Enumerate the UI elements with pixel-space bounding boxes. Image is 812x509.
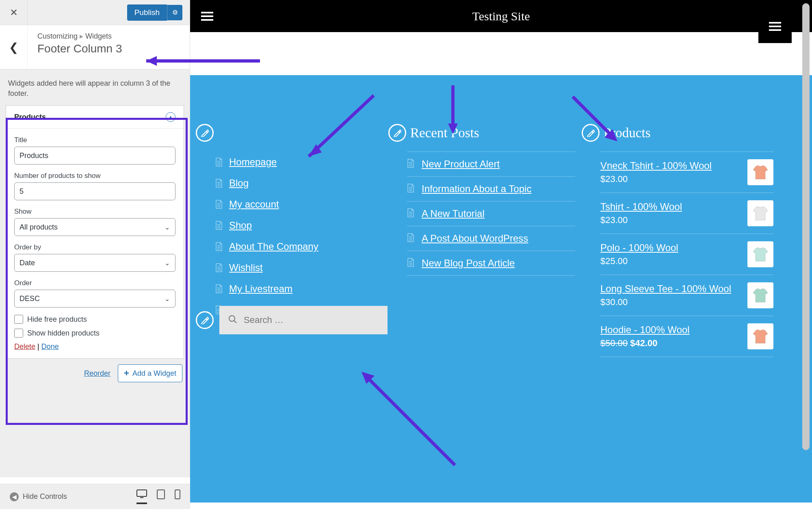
list-item: My Livestream bbox=[215, 278, 383, 299]
pencil-icon bbox=[393, 129, 401, 137]
pencil-icon bbox=[587, 129, 595, 137]
svg-rect-0 bbox=[137, 490, 147, 496]
document-icon bbox=[215, 221, 223, 230]
footer-menu-list: HomepageBlogMy accountShopAbout The Comp… bbox=[196, 152, 383, 321]
product-link[interactable]: Polo - 100% Wool bbox=[600, 242, 678, 253]
document-icon bbox=[215, 200, 223, 209]
product-item: Long Sleeve Tee - 100% Wool$30.00 bbox=[600, 275, 773, 316]
device-desktop-button[interactable] bbox=[136, 490, 147, 504]
site-title: Testing Site bbox=[472, 9, 530, 23]
edit-widget-button[interactable] bbox=[196, 124, 214, 142]
show-select[interactable]: All products bbox=[14, 218, 175, 236]
svg-rect-3 bbox=[175, 490, 180, 499]
hide-free-checkbox[interactable] bbox=[14, 315, 23, 324]
post-link[interactable]: A Post About WordPress bbox=[422, 233, 528, 244]
device-bar: ◀ Hide Controls bbox=[0, 484, 190, 509]
title-label: Title bbox=[14, 136, 175, 144]
edit-widget-button[interactable] bbox=[388, 124, 406, 142]
separator: | bbox=[37, 342, 41, 351]
edit-widget-button[interactable] bbox=[196, 311, 214, 329]
publish-button[interactable]: Publish bbox=[127, 4, 167, 21]
product-thumbnail[interactable] bbox=[747, 282, 773, 308]
menu-link[interactable]: Shop bbox=[229, 220, 252, 231]
search-icon bbox=[228, 315, 237, 325]
back-button[interactable]: ❮ bbox=[0, 25, 28, 69]
svg-rect-2 bbox=[157, 490, 165, 499]
title-input[interactable] bbox=[14, 147, 175, 165]
post-link[interactable]: A New Tutorial bbox=[422, 208, 485, 219]
customizer-topbar: ✕ Publish ⚙ bbox=[0, 0, 190, 25]
product-thumbnail[interactable] bbox=[747, 159, 773, 185]
pencil-icon bbox=[201, 316, 209, 324]
show-hidden-checkbox[interactable] bbox=[14, 329, 23, 338]
menu-link[interactable]: Wishlist bbox=[229, 262, 263, 273]
hide-free-label: Hide free products bbox=[27, 315, 87, 324]
reorder-link[interactable]: Reorder bbox=[84, 369, 110, 378]
menu-link[interactable]: My account bbox=[229, 199, 279, 210]
menu-toggle-left[interactable] bbox=[197, 6, 217, 26]
menu-link[interactable]: My Livestream bbox=[229, 283, 292, 295]
product-link[interactable]: Vneck Tshirt - 100% Wool bbox=[600, 160, 712, 171]
menu-link[interactable]: Blog bbox=[229, 178, 249, 189]
post-link[interactable]: Information About a Topic bbox=[422, 183, 531, 195]
order-select[interactable]: DESC bbox=[14, 290, 175, 308]
footer-widget-area: HomepageBlogMy accountShopAbout The Comp… bbox=[190, 75, 812, 503]
site-header: Testing Site bbox=[190, 0, 812, 32]
edit-widget-button[interactable] bbox=[582, 124, 600, 142]
chevron-up-icon: ▲ bbox=[168, 114, 173, 120]
done-widget-link[interactable]: Done bbox=[41, 342, 59, 351]
add-widget-button[interactable]: + Add a Widget bbox=[118, 364, 182, 382]
desktop-icon bbox=[136, 490, 147, 498]
widget-actions: Reorder + Add a Widget bbox=[0, 359, 190, 382]
list-item: Blog bbox=[215, 173, 383, 194]
product-thumbnail[interactable] bbox=[747, 200, 773, 226]
hide-controls-button[interactable]: ◀ Hide Controls bbox=[10, 492, 67, 501]
product-price: $50.00$42.00 bbox=[600, 338, 690, 349]
product-item: Polo - 100% Wool$25.00 bbox=[600, 234, 773, 275]
product-thumbnail[interactable] bbox=[747, 323, 773, 349]
num-products-input[interactable] bbox=[14, 182, 175, 200]
orderby-label: Order by bbox=[14, 243, 175, 251]
device-tablet-button[interactable] bbox=[157, 490, 165, 504]
menu-toggle-right[interactable] bbox=[758, 10, 792, 43]
footer-column-3: Products Vneck Tshirt - 100% Wool$23.00T… bbox=[582, 124, 773, 357]
widget-header-title: Products bbox=[14, 113, 46, 121]
product-link[interactable]: Long Sleeve Tee - 100% Wool bbox=[600, 283, 731, 295]
list-item: Shop bbox=[215, 215, 383, 236]
widget-body: Title Number of products to show Show Al… bbox=[6, 129, 184, 358]
document-icon bbox=[215, 179, 223, 188]
menu-link[interactable]: Homepage bbox=[229, 156, 277, 168]
delete-widget-link[interactable]: Delete bbox=[14, 342, 35, 351]
column-heading: Products bbox=[604, 126, 651, 141]
search-input[interactable] bbox=[244, 315, 379, 325]
post-link[interactable]: New Product Alert bbox=[422, 158, 500, 170]
product-price: $25.00 bbox=[600, 256, 678, 266]
post-link[interactable]: New Blog Post Article bbox=[422, 258, 515, 269]
customizer-panel: ✕ Publish ⚙ ❮ Customizing ▸ Widgets Foot… bbox=[0, 0, 190, 477]
product-link[interactable]: Hoodie - 100% Wool bbox=[600, 324, 690, 336]
document-icon bbox=[407, 159, 414, 169]
chevron-left-circle-icon: ◀ bbox=[10, 492, 19, 501]
product-price: $23.00 bbox=[600, 215, 682, 225]
preview-pane: Testing Site HomepageBlogMy accountShopA… bbox=[190, 0, 812, 503]
document-icon bbox=[215, 242, 223, 251]
widget-header[interactable]: Products ▲ bbox=[6, 106, 184, 129]
list-item: New Product Alert bbox=[407, 152, 575, 177]
close-customizer-button[interactable]: ✕ bbox=[0, 0, 28, 25]
breadcrumb-widgets: Widgets bbox=[85, 32, 112, 40]
product-link[interactable]: Tshirt - 100% Wool bbox=[600, 201, 682, 212]
collapse-toggle-button[interactable]: ▲ bbox=[166, 112, 175, 122]
section-title: Footer Column 3 bbox=[37, 42, 122, 55]
scrollbar-thumb[interactable] bbox=[802, 3, 810, 450]
add-widget-label: Add a Widget bbox=[132, 369, 176, 378]
device-switcher bbox=[136, 490, 180, 504]
product-thumbnail[interactable] bbox=[747, 241, 773, 267]
device-mobile-button[interactable] bbox=[175, 490, 180, 504]
list-item: Wishlist bbox=[215, 257, 383, 278]
show-label: Show bbox=[14, 208, 175, 216]
page-scrollbar[interactable] bbox=[802, 3, 810, 505]
orderby-select[interactable]: Date bbox=[14, 254, 175, 272]
menu-link[interactable]: About The Company bbox=[229, 241, 318, 252]
chevron-right-icon: ▸ bbox=[80, 32, 85, 40]
publish-settings-button[interactable]: ⚙ bbox=[167, 5, 182, 20]
